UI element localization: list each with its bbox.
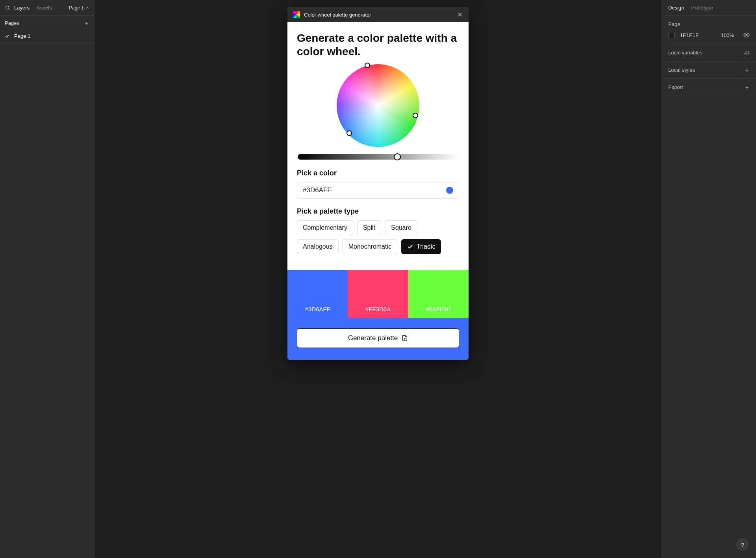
- check-icon: [407, 244, 413, 250]
- canvas[interactable]: Color wheel palette generator Generate a…: [94, 0, 662, 558]
- palette-type-label: Complementary: [303, 224, 347, 231]
- visibility-icon[interactable]: [743, 32, 750, 38]
- add-page-icon[interactable]: [84, 20, 89, 26]
- help-icon: ?: [741, 542, 744, 548]
- lightness-slider[interactable]: [298, 154, 458, 160]
- left-panel: Layers Assets Page 1 Pages P: [0, 0, 94, 558]
- palette-type-label: Monochromatic: [348, 243, 391, 250]
- export-icon: [402, 335, 408, 341]
- page-section-label: Page: [668, 21, 680, 27]
- add-export-icon[interactable]: [744, 85, 750, 90]
- palette-swatch[interactable]: #3D6AFF: [287, 270, 348, 318]
- palette-type-group: ComplementarySplitSquareAnalogousMonochr…: [297, 220, 459, 254]
- palette-type-label: Analogous: [303, 243, 333, 250]
- palette-swatches: #3D6AFF#FF3D6A#6AFF3D: [287, 270, 469, 318]
- plugin-heading: Generate a color palette with a color wh…: [297, 32, 459, 58]
- swatch-hex: #FF3D6A: [365, 306, 391, 312]
- svg-point-8: [746, 34, 747, 36]
- right-panel: Design Prototype Page 1E1E1E 100% Local …: [662, 0, 756, 558]
- settings-icon[interactable]: [744, 50, 750, 56]
- generate-label: Generate palette: [348, 334, 398, 342]
- swatch-hex: #3D6AFF: [305, 306, 330, 312]
- color-preview-chip: [446, 187, 453, 194]
- color-input-row: [297, 182, 459, 199]
- tab-assets[interactable]: Assets: [37, 5, 52, 11]
- plugin-logo-icon: [293, 11, 300, 18]
- palette-type-label: Triadic: [417, 243, 435, 250]
- lightness-handle[interactable]: [394, 153, 401, 160]
- page-bg-hex[interactable]: 1E1E1E: [680, 32, 699, 38]
- page-name: Page 1: [14, 33, 30, 39]
- chevron-up-icon: [85, 6, 89, 10]
- pick-color-label: Pick a color: [297, 169, 459, 177]
- check-icon: [5, 34, 10, 39]
- palette-swatch[interactable]: #6AFF3D: [408, 270, 469, 318]
- search-icon[interactable]: [5, 5, 10, 11]
- wheel-handle-1[interactable]: [365, 63, 370, 68]
- swatch-hex: #6AFF3D: [426, 306, 451, 312]
- plugin-title: Color wheel palette generator: [304, 12, 371, 18]
- wheel-handle-3[interactable]: [346, 130, 352, 136]
- local-styles-label: Local styles: [668, 67, 695, 73]
- page-opacity[interactable]: 100%: [721, 32, 734, 38]
- page-selector[interactable]: Page 1: [69, 5, 89, 11]
- help-button[interactable]: ?: [736, 538, 749, 551]
- export-label: Export: [668, 84, 683, 90]
- wheel-handle-2[interactable]: [413, 113, 418, 118]
- page-selector-label: Page 1: [69, 5, 84, 11]
- color-wheel[interactable]: [337, 64, 419, 147]
- palette-type-label: Split: [363, 224, 375, 231]
- pick-palette-label: Pick a palette type: [297, 207, 459, 216]
- tab-prototype[interactable]: Prototype: [691, 5, 713, 11]
- palette-type-label: Square: [391, 224, 411, 231]
- svg-point-0: [6, 6, 9, 9]
- add-style-icon[interactable]: [744, 67, 750, 73]
- palette-type-option[interactable]: Split: [357, 220, 381, 235]
- page-list-item[interactable]: Page 1: [0, 30, 94, 42]
- local-variables-label: Local variables: [668, 50, 702, 56]
- palette-type-option[interactable]: Square: [385, 220, 417, 235]
- page-bg-swatch[interactable]: [668, 32, 674, 38]
- palette-type-option[interactable]: Triadic: [401, 239, 441, 254]
- plugin-modal: Color wheel palette generator Generate a…: [287, 7, 469, 360]
- palette-type-option[interactable]: Analogous: [297, 239, 339, 254]
- close-icon[interactable]: [457, 11, 463, 18]
- pages-section-label: Pages: [5, 20, 19, 26]
- generate-palette-button[interactable]: Generate palette: [297, 328, 459, 348]
- color-hex-input[interactable]: [303, 186, 446, 194]
- palette-swatch[interactable]: #FF3D6A: [348, 270, 408, 318]
- tab-design[interactable]: Design: [668, 5, 684, 11]
- palette-type-option[interactable]: Monochromatic: [343, 239, 397, 254]
- palette-type-option[interactable]: Complementary: [297, 220, 353, 235]
- tab-layers[interactable]: Layers: [14, 5, 30, 11]
- svg-line-1: [9, 9, 10, 10]
